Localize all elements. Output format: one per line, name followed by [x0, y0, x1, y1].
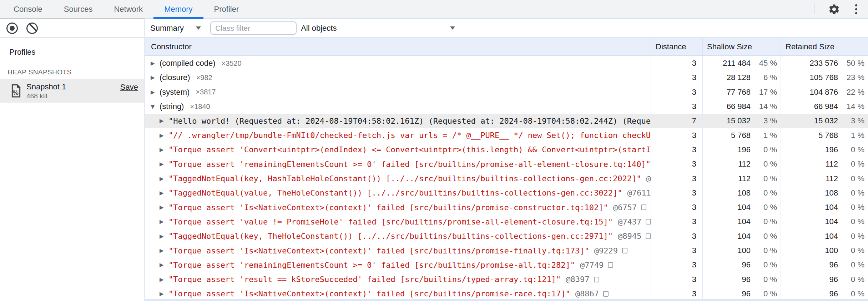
kebab-menu-icon[interactable] — [853, 3, 859, 16]
shallow-size-value: 104 — [703, 217, 751, 226]
chevron-down-icon — [450, 26, 455, 30]
clear-icon[interactable] — [26, 23, 38, 34]
table-row[interactable]: ▶(compiled code)×35203211 48445 %233 576… — [145, 56, 868, 70]
shallow-size-percent: 0 % — [751, 289, 781, 298]
table-row[interactable]: ▶(closure)×982328 1286 %105 76823 % — [145, 70, 868, 85]
record-icon[interactable] — [6, 23, 18, 34]
reveal-box-icon[interactable] — [641, 204, 646, 210]
tab-network[interactable]: Network — [103, 0, 153, 18]
column-header-constructor[interactable]: Constructor — [145, 38, 651, 55]
retained-size-cell: 104 87622 % — [781, 85, 868, 99]
reveal-box-icon[interactable] — [646, 233, 651, 239]
shallow-size-value: 112 — [703, 174, 751, 183]
shallow-size-value: 108 — [703, 188, 751, 198]
retained-size-cell: 960 % — [781, 258, 868, 272]
expand-arrow-icon[interactable]: ▶ — [160, 204, 167, 211]
save-link[interactable]: Save — [120, 83, 138, 92]
table-row[interactable]: ▶"TaggedNotEqual(value, TheHoleConstant(… — [145, 186, 868, 200]
expand-arrow-icon[interactable]: ▶ — [160, 233, 167, 240]
table-row[interactable]: ▶"TaggedNotEqual(key, HashTableHoleConst… — [145, 171, 868, 186]
string-value: "Torque assert 'result == kStoreSucceded… — [168, 275, 561, 284]
objects-filter-select[interactable]: All objects — [301, 24, 455, 33]
string-value: "Torque assert 'Is<NativeContext>(contex… — [168, 289, 570, 298]
constructor-cell: ▶"TaggedNotEqual(value, TheHoleConstant(… — [145, 186, 651, 200]
constructor-cell: ▼(string)×1840 — [145, 99, 651, 114]
shallow-size-cell: 66 98414 % — [702, 99, 781, 114]
retained-size-percent: 0 % — [838, 145, 868, 154]
expand-arrow-icon[interactable]: ▶ — [160, 132, 167, 139]
column-header-distance[interactable]: Distance — [651, 38, 702, 55]
tab-profiler[interactable]: Profiler — [203, 0, 250, 18]
retained-size-percent: 0 % — [838, 232, 868, 241]
shallow-size-percent: 0 % — [751, 145, 781, 154]
reveal-box-icon[interactable] — [622, 248, 627, 253]
column-header-shallow-size[interactable]: Shallow Size — [702, 38, 781, 55]
tab-memory[interactable]: Memory — [153, 0, 203, 18]
retained-size-value: 66 984 — [781, 102, 838, 111]
string-value: "// .wrangler/tmp/bundle-FmNIt0/checked-… — [168, 131, 651, 140]
expand-arrow-icon[interactable]: ▶ — [160, 218, 167, 225]
shallow-size-cell: 28 1286 % — [702, 70, 781, 85]
profiles-heading: Profiles — [9, 48, 35, 57]
distance-cell: 3 — [651, 243, 702, 258]
object-id: @7749 — [580, 261, 604, 270]
table-row[interactable]: ▶"// .wrangler/tmp/bundle-FmNIt0/checked… — [145, 128, 868, 142]
expand-arrow-icon[interactable]: ▶ — [151, 60, 158, 66]
table-row[interactable]: ▶"Torque assert 'Is<NativeContext>(conte… — [145, 243, 868, 258]
table-row[interactable]: ▶"Torque assert 'Is<NativeContext>(conte… — [145, 287, 868, 301]
shallow-size-value: 100 — [703, 246, 751, 255]
table-row[interactable]: ▶"Torque assert 'remainingElementsCount … — [145, 258, 868, 272]
table-row[interactable]: ▶"Torque assert 'result == kStoreSuccede… — [145, 272, 868, 286]
perspective-value: Summary — [150, 24, 184, 33]
expand-arrow-icon[interactable]: ▶ — [160, 176, 167, 182]
class-filter-input[interactable] — [210, 21, 297, 35]
table-row[interactable]: ▶"Torque assert 'Is<NativeContext>(conte… — [145, 200, 868, 214]
expand-arrow-icon[interactable]: ▶ — [160, 291, 167, 297]
distance-cell: 3 — [651, 99, 702, 114]
perspective-select[interactable]: Summary — [150, 24, 201, 33]
reveal-box-icon[interactable] — [594, 277, 599, 282]
snapshot-info: Snapshot 1 468 kB — [26, 82, 66, 100]
constructor-cell: ▶"Torque assert 'remainingElementsCount … — [145, 157, 651, 171]
retained-size-percent: 0 % — [838, 217, 868, 226]
reveal-box-icon[interactable] — [646, 219, 651, 224]
table-row[interactable]: ▶(system)×3817377 76817 %104 87622 % — [145, 85, 868, 99]
sidebar-item-snapshot-1[interactable]: % Snapshot 1 468 kB Save — [0, 79, 144, 103]
expand-arrow-icon[interactable]: ▶ — [160, 247, 167, 254]
distance-cell: 3 — [651, 229, 702, 243]
reveal-box-icon[interactable] — [608, 262, 613, 268]
column-header-retained-size[interactable]: Retained Size — [781, 38, 868, 55]
shallow-size-percent: 0 % — [751, 174, 781, 183]
expand-arrow-icon[interactable]: ▶ — [160, 262, 167, 268]
retained-size-percent: 0 % — [838, 246, 868, 255]
retained-size-cell: 5 7681 % — [781, 128, 868, 142]
constructor-cell: ▶"Torque assert 'value != PromiseHole' f… — [145, 214, 651, 229]
tab-console[interactable]: Console — [3, 0, 53, 18]
expand-arrow-icon[interactable]: ▶ — [151, 89, 158, 95]
table-row[interactable]: ▶"TaggedNotEqual(key, TheHoleConstant())… — [145, 229, 868, 243]
retained-size-cell: 1000 % — [781, 243, 868, 258]
expand-arrow-icon[interactable]: ▶ — [160, 118, 167, 124]
distance-cell: 7 — [651, 114, 702, 128]
expand-arrow-icon[interactable]: ▶ — [151, 74, 158, 81]
gear-icon[interactable] — [828, 3, 840, 15]
expand-arrow-icon[interactable]: ▶ — [160, 147, 167, 153]
expand-arrow-icon[interactable]: ▶ — [160, 190, 167, 196]
table-row[interactable]: ▶"Hello world! (Requested at: 2024-08-19… — [145, 114, 868, 128]
constructor-cell: ▶"Torque assert 'Is<NativeContext>(conte… — [145, 243, 651, 258]
expand-arrow-icon[interactable]: ▶ — [160, 161, 167, 167]
table-row[interactable]: ▶"Torque assert 'remainingElementsCount … — [145, 157, 868, 171]
table-header: Constructor Distance Shallow Size Retain… — [145, 38, 868, 56]
expand-arrow-icon[interactable]: ▶ — [160, 276, 167, 283]
reveal-box-icon[interactable] — [603, 291, 609, 297]
heap-snapshots-section-label: HEAP SNAPSHOTS — [7, 68, 71, 76]
shallow-size-percent: 0 % — [751, 217, 781, 226]
table-row[interactable]: ▶"Torque assert 'Convert<uintptr>(endInd… — [145, 143, 868, 157]
table-row[interactable]: ▼(string)×1840366 98414 %66 98414 % — [145, 99, 868, 114]
collapse-arrow-icon[interactable]: ▼ — [151, 103, 158, 110]
retained-size-percent: 23 % — [838, 73, 868, 82]
shallow-size-percent: 6 % — [751, 73, 781, 82]
retained-size-value: 104 876 — [781, 88, 838, 97]
tab-sources[interactable]: Sources — [53, 0, 104, 18]
table-row[interactable]: ▶"Torque assert 'value != PromiseHole' f… — [145, 214, 868, 229]
